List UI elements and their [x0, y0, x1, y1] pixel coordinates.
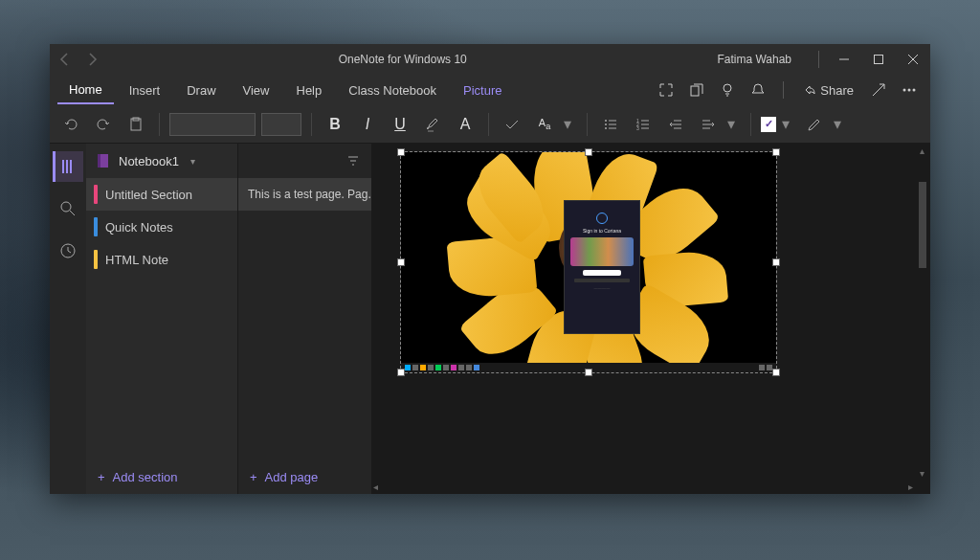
toolbar: B I U A Aa ▾ 123 ▾ ✓ ▾ ▾: [50, 105, 930, 144]
menubar: Home Insert Draw View Help Class Noteboo…: [50, 75, 930, 105]
svg-point-8: [605, 120, 607, 122]
section-item[interactable]: Untitled Section: [86, 178, 237, 211]
expand-icon[interactable]: [865, 77, 892, 103]
more-icon[interactable]: [896, 77, 923, 103]
svg-point-2: [724, 84, 731, 92]
svg-text:3: 3: [636, 125, 639, 131]
undo-button[interactable]: [57, 111, 84, 138]
page-item[interactable]: This is a test page. Pag...: [238, 178, 371, 211]
resize-handle[interactable]: [397, 258, 405, 266]
notebook-header[interactable]: Notebook1 ▾: [86, 144, 237, 178]
styles-button[interactable]: Aa: [531, 111, 558, 138]
section-color-bar: [94, 217, 98, 236]
svg-point-9: [605, 123, 607, 125]
menu-picture[interactable]: Picture: [452, 78, 513, 103]
section-item[interactable]: Quick Notes: [86, 211, 237, 243]
content-area: Notebook1 ▾ Untitled Section Quick Notes…: [50, 144, 930, 494]
font-color-button[interactable]: A: [452, 111, 479, 138]
svg-rect-1: [691, 86, 699, 96]
menu-view[interactable]: View: [232, 78, 281, 103]
share-button[interactable]: Share: [795, 83, 861, 98]
scrollbar-thumb[interactable]: [919, 182, 926, 268]
indent-button[interactable]: [695, 111, 722, 138]
sort-icon[interactable]: [346, 154, 360, 168]
fullscreen-icon[interactable]: [653, 77, 679, 103]
bell-icon[interactable]: [745, 77, 771, 103]
resize-handle[interactable]: [397, 148, 405, 156]
search-rail-icon[interactable]: [53, 193, 83, 224]
resize-handle[interactable]: [397, 369, 405, 376]
scroll-right-icon[interactable]: ▸: [908, 482, 913, 492]
pen-button[interactable]: [801, 111, 828, 138]
pages-sidebar: This is a test page. Pag... + Add page: [237, 144, 371, 494]
chevron-down-icon: ▾: [190, 156, 195, 167]
bullets-button[interactable]: [597, 111, 624, 138]
resize-handle[interactable]: [585, 369, 592, 376]
add-page-button[interactable]: + Add page: [238, 459, 371, 494]
scroll-down-icon[interactable]: ▾: [920, 468, 924, 479]
menu-home[interactable]: Home: [57, 77, 114, 104]
section-list: Untitled Section Quick Notes HTML Note: [86, 178, 237, 459]
svg-point-10: [605, 127, 607, 129]
chevron-down-icon[interactable]: ▾: [782, 115, 795, 133]
menu-draw[interactable]: Draw: [175, 78, 227, 103]
svg-rect-17: [98, 154, 100, 168]
titlebar: OneNote for Windows 10 Fatima Wahab: [50, 44, 930, 75]
plus-icon: +: [250, 470, 257, 484]
svg-point-3: [903, 89, 906, 92]
scroll-up-icon[interactable]: ▴: [920, 146, 924, 156]
close-button[interactable]: [896, 44, 930, 75]
menu-insert[interactable]: Insert: [118, 78, 172, 103]
resize-handle[interactable]: [772, 258, 780, 266]
clipboard-button[interactable]: [122, 111, 149, 138]
scroll-left-icon[interactable]: ◂: [373, 482, 378, 492]
resize-handle[interactable]: [772, 148, 780, 156]
underline-button[interactable]: U: [387, 111, 413, 138]
page-canvas[interactable]: ▴ ▾ ◂ ▸: [371, 144, 930, 494]
svg-point-14: [61, 202, 71, 212]
section-color-bar: [94, 250, 98, 269]
chevron-down-icon[interactable]: ▾: [727, 115, 741, 133]
resize-handle[interactable]: [585, 148, 592, 156]
sections-sidebar: Notebook1 ▾ Untitled Section Quick Notes…: [86, 144, 237, 494]
nav-rail: [50, 144, 86, 494]
chevron-down-icon[interactable]: ▾: [564, 115, 577, 133]
font-size-input[interactable]: [261, 113, 301, 136]
app-title: OneNote for Windows 10: [107, 53, 698, 66]
plus-icon: +: [98, 470, 105, 484]
todo-tag-button[interactable]: ✓: [761, 117, 776, 132]
notebooks-rail-icon[interactable]: [53, 151, 83, 182]
numbering-button[interactable]: 123: [630, 111, 657, 138]
resize-handle[interactable]: [772, 369, 780, 376]
bold-button[interactable]: B: [322, 111, 348, 138]
svg-point-4: [908, 89, 911, 92]
section-color-bar: [94, 185, 98, 204]
font-family-input[interactable]: [169, 113, 256, 136]
maximize-button[interactable]: [861, 44, 896, 75]
outdent-button[interactable]: [662, 111, 689, 138]
notebook-icon: [96, 153, 111, 168]
italic-button[interactable]: I: [354, 111, 381, 138]
clear-format-button[interactable]: [499, 111, 525, 138]
redo-button[interactable]: [90, 111, 117, 138]
app-window: OneNote for Windows 10 Fatima Wahab Home…: [50, 44, 930, 494]
share-icon: [803, 83, 816, 97]
chevron-down-icon[interactable]: ▾: [834, 115, 847, 133]
back-button[interactable]: [57, 52, 73, 67]
svg-point-5: [913, 89, 916, 92]
menu-help[interactable]: Help: [285, 78, 334, 103]
cortana-dialog: Sign in to Cortana ────────: [564, 200, 640, 334]
lightbulb-icon[interactable]: [714, 77, 741, 103]
menu-class-notebook[interactable]: Class Notebook: [337, 78, 448, 103]
image-content: Sign in to Cortana ────────: [401, 152, 776, 372]
forward-button[interactable]: [84, 52, 100, 67]
user-name[interactable]: Fatima Wahab: [698, 53, 811, 66]
svg-rect-0: [875, 56, 883, 64]
minimize-button[interactable]: [827, 44, 861, 75]
pages-icon[interactable]: [683, 77, 710, 103]
selected-image[interactable]: Sign in to Cortana ────────: [400, 151, 777, 373]
add-section-button[interactable]: + Add section: [86, 459, 237, 494]
recent-rail-icon[interactable]: [53, 235, 83, 266]
section-item[interactable]: HTML Note: [86, 243, 237, 276]
highlight-button[interactable]: [419, 111, 446, 138]
